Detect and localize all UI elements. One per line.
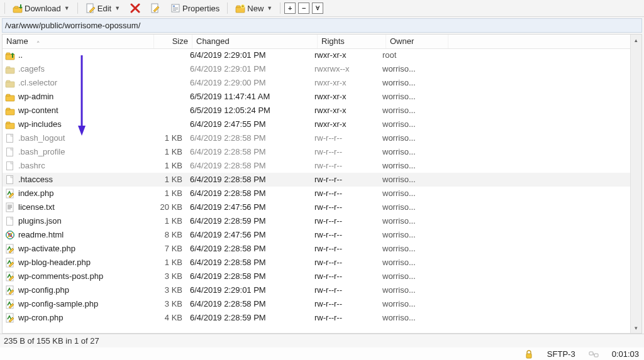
header-rights[interactable]: Rights [318,35,386,48]
file-row[interactable]: readme.html 8 KB 6/4/2019 2:47:56 PM rw-… [3,228,631,242]
svg-rect-19 [6,94,10,96]
file-row[interactable]: .cagefs 6/4/2019 2:29:01 PM rwxrwx--x wo… [3,62,631,76]
edit-button[interactable]: Edit ▼ [81,1,125,16]
path-bar[interactable]: /var/www/public/worrisome-opossum/ [2,18,642,33]
cell-changed: 6/4/2019 2:29:01 PM [186,48,311,62]
header-name[interactable]: Name^ [3,35,154,48]
cell-name: wp-admin [3,90,148,104]
cell-owner: worriso... [379,145,440,159]
file-row[interactable]: .htaccess 1 KB 6/4/2019 2:28:58 PM rw-r-… [3,173,631,187]
file-row[interactable]: .bash_logout 1 KB 6/4/2019 2:28:58 PM rw… [3,131,631,145]
column-headers: Name^ Size Changed Rights Owner [3,35,641,49]
file-list: Name^ Size Changed Rights Owner .. 6/4/2… [2,34,642,334]
cell-changed: 6/4/2019 2:47:56 PM [186,200,311,214]
header-size[interactable]: Size [154,35,192,48]
scroll-up-icon[interactable]: ▴ [631,35,641,45]
file-row[interactable]: .. 6/4/2019 2:29:01 PM rwxr-xr-x root [3,48,631,62]
file-row[interactable]: wp-config-sample.php 3 KB 6/4/2019 2:28:… [3,297,631,311]
file-row[interactable]: license.txt 20 KB 6/4/2019 2:47:56 PM rw… [3,200,631,214]
properties-icon [170,3,180,13]
session-name: SFTP-3 [547,347,575,360]
cell-owner: worriso... [379,117,440,131]
select-mask-button[interactable]: ∀ [312,3,323,14]
cell-changed: 6/4/2019 2:28:58 PM [186,297,311,311]
file-row[interactable]: wp-includes 6/4/2019 2:47:55 PM rwxr-xr-… [3,117,631,131]
file-name: wp-admin [18,90,53,104]
file-row[interactable]: .bashrc 1 KB 6/4/2019 2:28:58 PM rw-r--r… [3,159,631,173]
cell-size: 1 KB [148,145,186,159]
delete-button[interactable] [126,1,145,16]
properties-label: Properties [182,4,219,13]
cell-name: .bashrc [3,159,148,173]
cell-changed: 6/4/2019 2:28:58 PM [186,159,311,173]
cell-size: 20 KB [148,200,186,214]
header-changed[interactable]: Changed [192,35,318,48]
cell-size: 1 KB [148,173,186,187]
cell-changed: 6/4/2019 2:29:01 PM [186,62,311,76]
lock-icon [523,350,535,359]
file-row[interactable]: wp-config.php 3 KB 6/4/2019 2:29:01 PM r… [3,283,631,297]
cell-owner: worriso... [379,131,440,145]
cell-name: wp-comments-post.php [3,270,148,283]
cell-size: 7 KB [148,242,186,256]
cell-size: 8 KB [148,228,186,242]
file-row[interactable]: index.php 1 KB 6/4/2019 2:28:58 PM rw-r-… [3,187,631,200]
php-icon [5,271,15,281]
expand-button[interactable]: + [284,3,296,14]
folder-icon [5,119,15,129]
file-name: wp-comments-post.php [18,270,103,283]
cell-rights: rw-r--r-- [311,159,379,173]
dropdown-caret-icon: ▼ [267,5,272,11]
cell-changed: 6/4/2019 2:28:58 PM [186,131,311,145]
file-row[interactable]: wp-activate.php 7 KB 6/4/2019 2:28:58 PM… [3,242,631,256]
file-row[interactable]: wp-admin 6/5/2019 11:47:41 AM rwxr-xr-x … [3,90,631,104]
cell-rights: rwxrwx--x [311,62,379,76]
cell-owner: worriso... [379,270,440,283]
svg-rect-8 [173,10,176,11]
cell-changed: 6/4/2019 2:28:58 PM [186,256,311,270]
cell-rights: rwxr-xr-x [311,90,379,104]
svg-rect-30 [8,205,12,205]
toolbar-separator [227,3,228,14]
file-row[interactable]: wp-blog-header.php 1 KB 6/4/2019 2:28:58… [3,256,631,270]
file-name: .. [18,48,23,62]
cell-owner: worriso... [379,228,440,242]
file-icon [5,175,15,185]
vertical-scrollbar[interactable]: ▴ ▾ [630,35,641,333]
scroll-down-icon[interactable]: ▾ [631,322,641,333]
cell-rights: rw-r--r-- [311,214,379,228]
rename-icon [150,3,160,13]
cell-owner: worriso... [379,76,440,90]
cell-name: wp-config.php [3,283,148,297]
svg-rect-33 [8,209,11,209]
file-name: wp-content [18,104,58,117]
folder-icon [5,64,15,74]
file-row[interactable]: wp-cron.php 4 KB 6/4/2019 2:28:59 PM rw-… [3,311,631,325]
svg-rect-21 [6,108,10,110]
cell-owner: worriso... [379,173,440,187]
cell-changed: 6/4/2019 2:29:00 PM [186,76,311,90]
delete-icon [130,3,140,13]
svg-rect-17 [6,80,10,82]
cell-changed: 6/5/2019 11:47:41 AM [186,90,311,104]
file-row[interactable]: .cl.selector 6/4/2019 2:29:00 PM rwxr-xr… [3,76,631,90]
new-button[interactable]: New ▼ [231,1,277,16]
file-row[interactable]: wp-content 6/5/2019 12:05:24 PM rwxr-xr-… [3,104,631,117]
rename-button[interactable] [146,1,165,16]
file-row[interactable]: plugins.json 1 KB 6/4/2019 2:28:59 PM rw… [3,214,631,228]
cell-owner: worriso... [379,104,440,117]
header-owner[interactable]: Owner [386,35,448,48]
svg-rect-22 [6,123,14,129]
php-icon [5,188,15,199]
properties-button[interactable]: Properties [166,1,224,16]
cell-size: 1 KB [148,159,186,173]
cell-rights: rw-r--r-- [311,283,379,297]
folder-icon [5,106,15,116]
download-button[interactable]: Download ▼ [8,1,74,16]
svg-rect-5 [173,6,175,7]
toolbar-separator [280,3,280,14]
file-row[interactable]: wp-comments-post.php 3 KB 6/4/2019 2:28:… [3,270,631,283]
collapse-button[interactable]: − [298,3,309,14]
file-row[interactable]: .bash_profile 1 KB 6/4/2019 2:28:58 PM r… [3,145,631,159]
svg-rect-1 [14,6,18,8]
